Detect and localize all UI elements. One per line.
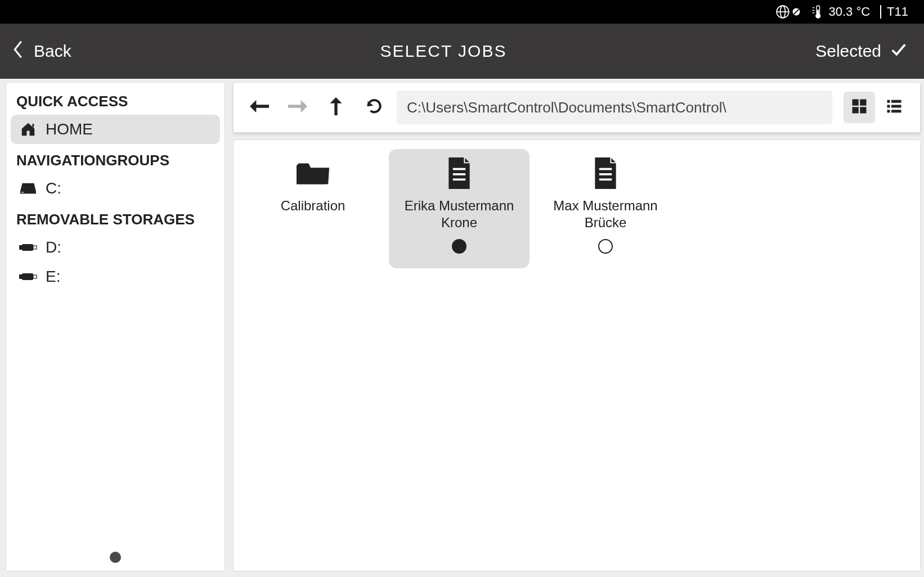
file-item-folder[interactable]: Calibration <box>243 149 383 268</box>
usb-icon <box>19 272 38 281</box>
svg-rect-20 <box>853 100 859 106</box>
navigation-groups-heading: NAVIGATIONGROUPS <box>11 148 220 174</box>
svg-rect-11 <box>33 124 34 127</box>
network-status <box>775 4 800 19</box>
drive-icon <box>19 182 38 195</box>
status-bar: 30.3 °C T11 <box>0 0 924 24</box>
selected-confirm-button[interactable]: Selected <box>815 41 907 62</box>
chevron-left-icon <box>12 40 24 63</box>
home-icon <box>19 121 38 137</box>
svg-rect-15 <box>22 244 33 251</box>
svg-rect-28 <box>887 110 890 112</box>
back-button[interactable]: Back <box>12 40 71 63</box>
svg-rect-24 <box>887 100 890 103</box>
arrow-up-icon <box>329 97 343 118</box>
file-label: Max Mustermann Brücke <box>540 197 671 231</box>
file-item-job[interactable]: Max Mustermann Brücke <box>535 149 676 268</box>
svg-rect-25 <box>891 100 901 103</box>
sidebar-item-drive-d[interactable]: D: <box>11 233 220 262</box>
arrow-right-icon <box>288 100 307 115</box>
nav-up-button[interactable] <box>320 92 352 123</box>
file-item-job[interactable]: Erika Mustermann Krone <box>389 149 530 268</box>
slot-value: T11 <box>887 4 908 19</box>
file-toolbar: C:\Users\SmartControl\Documents\SmartCon… <box>233 82 921 133</box>
quick-access-heading: QUICK ACCESS <box>11 89 220 115</box>
temperature-value: 30.3 °C <box>828 4 870 19</box>
svg-rect-22 <box>853 107 859 113</box>
nav-forward-button <box>282 92 313 123</box>
selection-indicator <box>452 239 467 254</box>
sidebar: QUICK ACCESS HOME NAVIGATIONGROUPS C: <box>6 82 225 571</box>
usb-icon <box>19 243 38 252</box>
path-input[interactable]: C:\Users\SmartControl\Documents\SmartCon… <box>397 91 832 124</box>
sidebar-item-label: C: <box>46 179 61 197</box>
removable-storages-heading: REMOVABLE STORAGES <box>11 208 220 233</box>
nav-refresh-button[interactable] <box>358 92 390 123</box>
check-icon <box>890 41 907 62</box>
file-grid: Calibration Erika Mustermann Krone <box>233 139 921 571</box>
page-indicator-dot <box>110 552 121 563</box>
file-label: Erika Mustermann Krone <box>393 197 525 231</box>
page-title: SELECT JOBS <box>71 42 816 61</box>
no-network-icon <box>792 8 800 16</box>
refresh-icon <box>365 97 383 118</box>
svg-rect-14 <box>19 245 22 250</box>
svg-rect-17 <box>19 274 22 279</box>
divider-icon <box>880 5 881 19</box>
svg-rect-16 <box>33 246 37 249</box>
nav-back-button[interactable] <box>244 92 275 123</box>
header-bar: Back SELECT JOBS Selected <box>0 24 924 79</box>
arrow-left-icon <box>250 100 269 115</box>
svg-rect-10 <box>818 10 819 15</box>
sidebar-item-drive-e[interactable]: E: <box>11 262 220 291</box>
sidebar-item-label: HOME <box>46 120 93 138</box>
view-grid-button[interactable] <box>844 92 875 123</box>
sidebar-item-label: E: <box>46 268 60 286</box>
grid-icon <box>851 98 868 117</box>
svg-rect-27 <box>891 105 901 108</box>
document-icon <box>593 157 618 191</box>
svg-rect-26 <box>887 105 890 108</box>
globe-icon <box>775 4 790 19</box>
sidebar-item-home[interactable]: HOME <box>11 115 220 144</box>
document-icon <box>446 157 472 191</box>
back-label: Back <box>34 42 71 61</box>
temperature-status: 30.3 °C <box>810 4 870 19</box>
selected-label: Selected <box>815 42 881 61</box>
view-toggle <box>844 92 910 123</box>
path-text: C:\Users\SmartControl\Documents\SmartCon… <box>407 99 726 116</box>
file-label: Calibration <box>281 197 346 214</box>
svg-rect-19 <box>33 275 37 278</box>
content-column: C:\Users\SmartControl\Documents\SmartCon… <box>233 82 921 571</box>
slot-status: T11 <box>880 4 908 19</box>
svg-rect-18 <box>22 273 33 280</box>
list-icon <box>886 98 903 117</box>
sidebar-item-drive-c[interactable]: C: <box>11 174 220 203</box>
svg-rect-23 <box>860 107 866 113</box>
view-list-button[interactable] <box>878 92 910 123</box>
thermometer-icon <box>810 4 823 19</box>
folder-icon <box>295 160 330 189</box>
selection-indicator <box>598 239 613 254</box>
svg-rect-21 <box>860 100 866 106</box>
sidebar-item-label: D: <box>46 238 61 256</box>
main-area: QUICK ACCESS HOME NAVIGATIONGROUPS C: <box>0 79 924 577</box>
svg-rect-29 <box>891 110 901 112</box>
